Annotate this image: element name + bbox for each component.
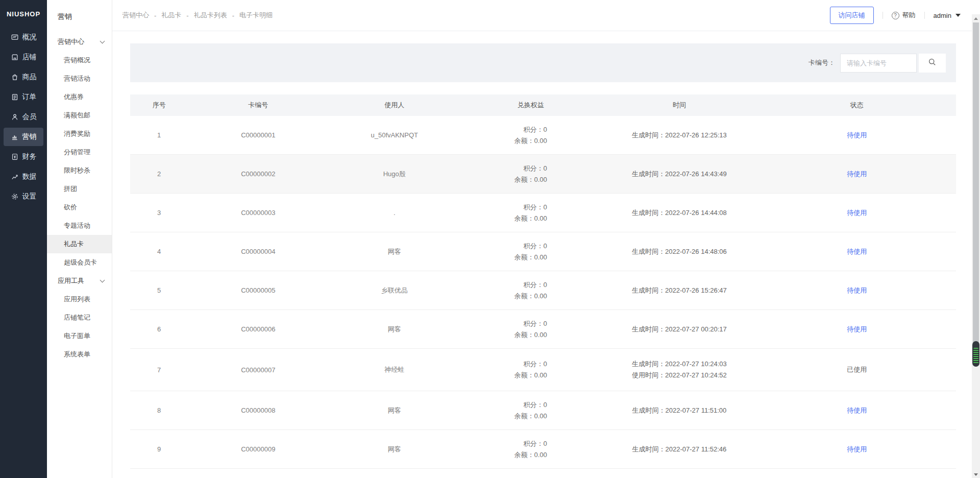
created-label: 生成时间： [632, 325, 665, 333]
points-value: 0 [544, 126, 547, 133]
time-cell: 生成时间：2022-07-27 11:52:46 使用时间： [632, 444, 727, 455]
table-row[interactable]: 9 C00000009 网客 积分：0 余额：0.00 生成时间：2022-07… [130, 430, 956, 469]
submenu-item[interactable]: 电子面单 [47, 327, 112, 345]
created-value: 2022-07-27 00:20:17 [665, 325, 727, 333]
sidebar-item-6[interactable]: 财务 [4, 148, 43, 166]
chevron-down-icon [100, 38, 105, 43]
row-index: 9 [157, 445, 161, 453]
scroll-down-arrow-icon[interactable] [974, 473, 978, 476]
table-row[interactable]: 5 C00000005 乡联优品 积分：0 余额：0.00 生成时间：2022-… [130, 271, 956, 310]
card-number: C00000004 [241, 248, 275, 255]
created-label: 生成时间： [632, 360, 665, 368]
points-value: 0 [544, 281, 547, 289]
submenu-item[interactable]: 礼品卡 [47, 235, 112, 253]
card-user: 神经蛙 [384, 365, 404, 374]
data-icon [11, 173, 19, 181]
sidebar-item-5[interactable]: 营销 [4, 128, 43, 146]
rights-cell: 积分：0 余额：0.00 [514, 202, 547, 224]
balance-label: 余额： [514, 292, 534, 300]
sidebar-item-3[interactable]: 订单 [4, 88, 43, 106]
status-badge[interactable]: 待使用 [847, 445, 867, 454]
marker-stripes [973, 348, 978, 364]
username: admin [934, 12, 951, 19]
status-badge[interactable]: 待使用 [847, 247, 867, 256]
magnifier-icon [928, 58, 937, 68]
sidebar-item-7[interactable]: 数据 [4, 168, 43, 186]
finance-icon [11, 153, 19, 161]
breadcrumb-item[interactable]: 电子卡明细 [239, 11, 273, 20]
submenu-item[interactable]: 店铺笔记 [47, 308, 112, 327]
breadcrumb-item[interactable]: 营销中心 [122, 11, 149, 20]
table-row[interactable]: 3 C00000003 . 积分：0 余额：0.00 生成时间：2022-07-… [130, 194, 956, 232]
submenu-section-header[interactable]: 营销中心 [47, 33, 112, 51]
submenu-item[interactable]: 砍价 [47, 198, 112, 217]
submenu-item[interactable]: 满额包邮 [47, 106, 112, 125]
submenu-item[interactable]: 应用列表 [47, 290, 112, 308]
sidebar-item-2[interactable]: 商品 [4, 68, 43, 86]
created-label: 生成时间： [632, 445, 666, 453]
submenu-item[interactable]: 超级会员卡 [47, 253, 112, 272]
user-menu[interactable]: admin [934, 12, 961, 19]
rights-cell: 积分：0 余额：0.00 [514, 163, 547, 185]
status-badge[interactable]: 待使用 [847, 170, 867, 179]
card-no-input[interactable] [840, 54, 917, 73]
balance-value: 0.00 [534, 292, 547, 300]
created-label: 生成时间： [632, 170, 665, 178]
time-cell: 生成时间：2022-07-26 14:43:49 使用时间： [632, 169, 727, 180]
created-value: 2022-07-27 11:51:00 [666, 407, 727, 414]
sidebar-item-4[interactable]: 会员 [4, 108, 43, 126]
card-number: C00000001 [241, 131, 275, 139]
sidebar-item-8[interactable]: 设置 [4, 187, 43, 206]
submenu-item[interactable]: 系统表单 [47, 345, 112, 364]
visit-shop-button[interactable]: 访问店铺 [830, 7, 874, 24]
table-row[interactable]: 4 C00000004 网客 积分：0 余额：0.00 生成时间：2022-07… [130, 232, 956, 271]
row-index: 5 [157, 286, 161, 294]
created-value: 2022-07-27 11:52:46 [666, 445, 727, 453]
submenu-item[interactable]: 优惠券 [47, 88, 112, 106]
search-button[interactable] [919, 54, 946, 73]
help-button[interactable]: ? 帮助 [892, 11, 916, 20]
rights-cell: 积分：0 余额：0.00 [514, 279, 547, 302]
table-row[interactable]: 8 C00000008 网客 积分：0 余额：0.00 生成时间：2022-07… [130, 391, 956, 430]
submenu-item[interactable]: 消费奖励 [47, 125, 112, 143]
balance-value: 0.00 [534, 371, 547, 379]
card-number: C00000003 [241, 209, 275, 217]
status-badge[interactable]: 待使用 [847, 325, 867, 334]
table-row[interactable]: 6 C00000006 网客 积分：0 余额：0.00 生成时间：2022-07… [130, 310, 956, 349]
scroll-up-arrow-icon[interactable] [974, 17, 978, 20]
submenu-item[interactable]: 分销管理 [47, 143, 112, 161]
points-value: 0 [544, 320, 547, 327]
table-row[interactable]: 2 C00000002 Hugo殷 积分：0 余额：0.00 生成时间：2022… [130, 155, 956, 194]
breadcrumb-item[interactable]: 礼品卡列表 [194, 11, 227, 20]
sidebar-item-0[interactable]: 概况 [4, 28, 43, 46]
submenu-item[interactable]: 拼团 [47, 180, 112, 198]
chevron-down-icon [100, 277, 105, 282]
status-badge[interactable]: 待使用 [847, 131, 867, 140]
status-badge[interactable]: 待使用 [847, 286, 867, 295]
table-row[interactable]: 1 C00000001 u_50fvAKNPQT 积分：0 余额：0.00 生成… [130, 116, 956, 155]
status-badge[interactable]: 待使用 [847, 208, 867, 218]
table-header-row: 序号卡编号使用人兑换权益时间状态 [130, 94, 956, 116]
rights-cell: 积分：0 余额：0.00 [514, 358, 547, 381]
submenu-section-header[interactable]: 应用工具 [47, 272, 112, 290]
breadcrumb-separator: - [186, 12, 188, 19]
column-header: 时间 [601, 94, 757, 116]
row-index: 8 [157, 407, 161, 414]
points-label: 积分： [524, 242, 544, 250]
table-row[interactable]: 7 C00000007 神经蛙 积分：0 余额：0.00 生成时间：2022-0… [130, 349, 956, 391]
scrollbar-thumb[interactable] [973, 22, 979, 363]
divider [883, 12, 883, 19]
filter-panel: 卡编号： [130, 43, 956, 82]
submenu-item[interactable]: 营销活动 [47, 69, 112, 88]
submenu-item[interactable]: 营销概况 [47, 51, 112, 69]
time-cell: 生成时间：2022-07-26 14:48:06 使用时间： [632, 246, 727, 257]
submenu-item[interactable]: 限时秒杀 [47, 161, 112, 180]
card-number: C00000005 [241, 286, 275, 294]
members-icon [11, 113, 19, 121]
submenu-item[interactable]: 专题活动 [47, 217, 112, 235]
table-row[interactable]: 积分：0 余额：0.00 生成时间： 使用时间： [130, 469, 956, 478]
status-badge[interactable]: 已使用 [847, 365, 867, 374]
status-badge[interactable]: 待使用 [847, 406, 867, 415]
sidebar-item-1[interactable]: 店铺 [4, 48, 43, 66]
breadcrumb-item[interactable]: 礼品卡 [161, 11, 181, 20]
